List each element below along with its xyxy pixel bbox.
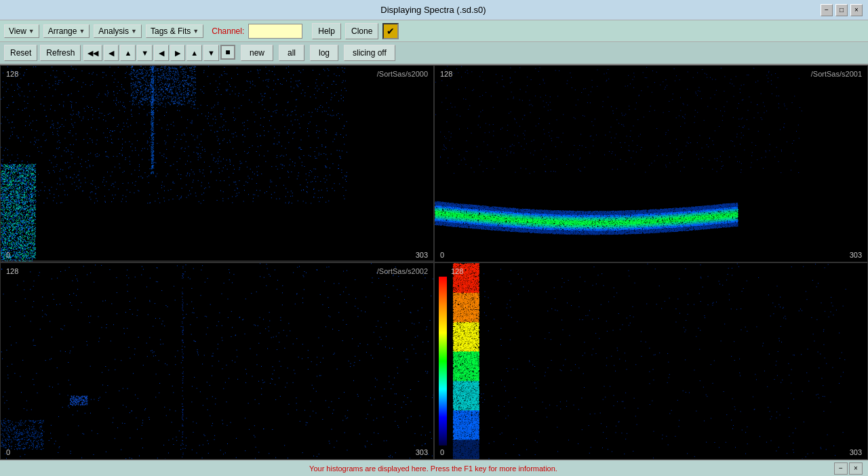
restore-button[interactable]: □ [835, 4, 848, 16]
canvas-top-left [1, 66, 433, 262]
nav-prev[interactable]: ◀ [104, 45, 119, 61]
reset-button[interactable]: Reset [4, 45, 37, 61]
status-close-button[interactable]: × [849, 462, 863, 475]
panel-bl-ylabel: 128 [6, 267, 18, 275]
panel-br-ylabel: 128 [451, 267, 463, 275]
status-controls: − × [834, 462, 863, 475]
minimize-button[interactable]: − [821, 4, 833, 16]
menu-arrange[interactable]: Arrange ▼ [43, 24, 90, 38]
panel-bl-xlabel: 0 [6, 448, 10, 456]
panel-tr-path: /SortSas/s2001 [811, 70, 862, 78]
canvas-bottom-left [1, 263, 433, 459]
status-bar: Your histograms are displayed here. Pres… [0, 460, 868, 476]
menu-bar: View ▼ Arrange ▼ Analysis ▼ Tags & Fits … [0, 20, 868, 42]
panel-tr-xlabel: 0 [440, 251, 444, 259]
nav-square[interactable]: ■ [220, 45, 235, 60]
panel-top-right[interactable]: 128 /SortSas/s2001 0 303 [434, 65, 868, 262]
panel-tr-xright: 303 [850, 251, 862, 259]
channel-label: Channel: [212, 26, 244, 36]
nav-up[interactable]: ▲ [120, 45, 136, 61]
panel-bl-path: /SortSas/s2002 [377, 267, 428, 275]
nav-page-up[interactable]: ▲ [186, 45, 202, 61]
panel-bottom-right[interactable]: 128 0 303 [434, 262, 868, 460]
status-message: Your histograms are displayed here. Pres… [33, 464, 834, 473]
canvas-bottom-right [435, 263, 867, 459]
panel-br-xright: 303 [850, 448, 862, 456]
status-minus-button[interactable]: − [834, 462, 848, 475]
arrange-arrow: ▼ [79, 28, 85, 35]
analysis-arrow: ▼ [131, 28, 137, 35]
window-title: Displaying Spectra (.sd.s0) [46, 5, 821, 15]
panel-tr-ylabel: 128 [440, 70, 452, 78]
panel-tl-path: /SortSas/s2000 [377, 70, 428, 78]
channel-input[interactable] [248, 24, 302, 39]
panel-tl-ylabel: 128 [6, 70, 18, 78]
panel-tl-xlabel: 0 [6, 251, 10, 259]
nav-left[interactable]: ◀ [154, 45, 169, 61]
menu-analysis[interactable]: Analysis ▼ [94, 24, 142, 38]
toolbar: Reset Refresh ◀◀ ◀ ▲ ▼ ◀ ▶ ▲ ▼ ■ new all… [0, 42, 868, 65]
canvas-top-right [435, 66, 867, 262]
slicing-button[interactable]: slicing off [344, 45, 395, 61]
nav-first[interactable]: ◀◀ [83, 45, 102, 61]
log-button[interactable]: log [310, 45, 338, 61]
check-button[interactable]: ✔ [382, 23, 399, 39]
panel-bottom-left[interactable]: 128 /SortSas/s2002 0 303 [0, 262, 434, 460]
panel-top-left[interactable]: 128 /SortSas/s2000 0 303 [0, 65, 434, 262]
all-button[interactable]: all [279, 45, 304, 61]
nav-page-down[interactable]: ▼ [203, 45, 219, 61]
panel-br-xlabel: 0 [440, 448, 444, 456]
close-button[interactable]: × [850, 4, 863, 16]
window-controls: − □ × [821, 4, 863, 16]
new-button[interactable]: new [241, 45, 273, 61]
refresh-button[interactable]: Refresh [40, 45, 81, 61]
view-arrow: ▼ [28, 28, 35, 35]
nav-buttons: ◀◀ ◀ ▲ ▼ ◀ ▶ ▲ ▼ ■ [83, 45, 235, 61]
panel-bl-xright: 303 [416, 448, 428, 456]
clone-button[interactable]: Clone [345, 23, 378, 39]
menu-view[interactable]: View ▼ [4, 24, 39, 38]
help-button[interactable]: Help [312, 23, 341, 39]
spectra-area: 128 /SortSas/s2000 0 303 128 /SortSas/s2… [0, 65, 868, 460]
menu-tags-fits[interactable]: Tags & Fits ▼ [146, 24, 203, 38]
colorbar [439, 277, 447, 445]
nav-right[interactable]: ▶ [170, 45, 185, 61]
tags-fits-arrow: ▼ [193, 28, 199, 35]
nav-down[interactable]: ▼ [137, 45, 153, 61]
title-bar: Displaying Spectra (.sd.s0) − □ × [0, 0, 868, 20]
panel-tl-xright: 303 [416, 251, 428, 259]
